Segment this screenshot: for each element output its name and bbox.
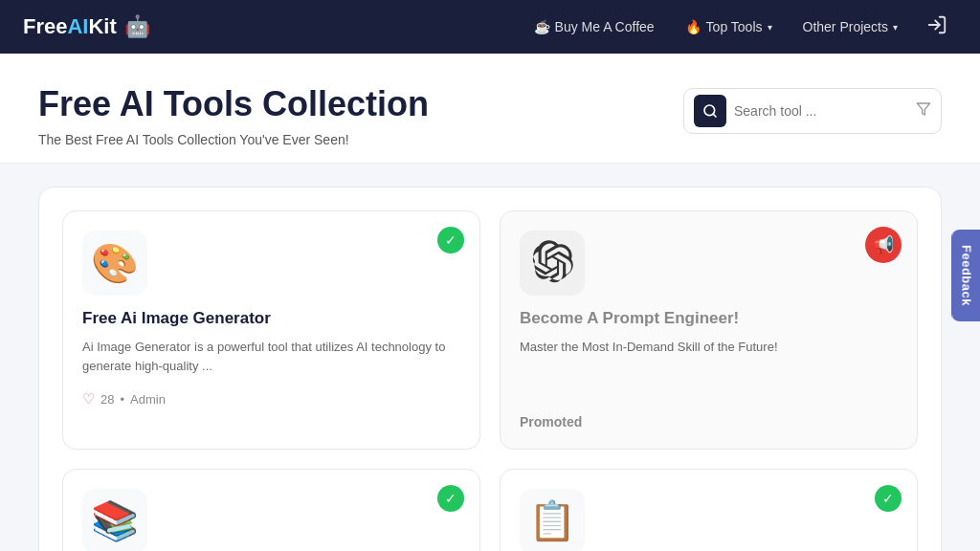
card-bottom: Promoted	[520, 372, 898, 430]
filter-icon[interactable]	[916, 101, 931, 121]
brand-logo[interactable]: FreeAIKit 🤖	[23, 14, 150, 39]
card-icon: 📚	[91, 498, 139, 543]
heart-icon: ♡	[82, 390, 95, 408]
navbar: FreeAIKit 🤖 ☕ Buy Me A Coffee 🔥 Top Tool…	[0, 0, 980, 54]
buy-coffee-link[interactable]: ☕ Buy Me A Coffee	[523, 13, 666, 40]
search-icon	[694, 95, 726, 127]
card-icon: 📋	[528, 498, 576, 543]
card-ai-image-generator[interactable]: ✓ 🎨 Free Ai Image Generator Ai Image Gen…	[62, 210, 480, 450]
card-4[interactable]: ✓ 📋	[500, 469, 918, 552]
card-description: Master the Most In-Demand Skill of the F…	[520, 338, 898, 357]
card-description: Ai Image Generator is a powerful tool th…	[82, 338, 460, 375]
search-bar	[683, 88, 942, 134]
brand-text: FreeAIKit	[23, 14, 117, 39]
svg-marker-3	[917, 103, 929, 115]
card-title: Free Ai Image Generator	[82, 309, 460, 328]
author-name: Admin	[130, 392, 166, 407]
hero-section: Free AI Tools Collection The Best Free A…	[0, 54, 980, 164]
buy-coffee-label: Buy Me A Coffee	[555, 19, 655, 34]
nav-links: ☕ Buy Me A Coffee 🔥 Top Tools ▾ Other Pr…	[523, 9, 957, 46]
other-projects-label: Other Projects	[803, 19, 888, 34]
card-title: Become A Prompt Engineer!	[520, 309, 898, 328]
verified-badge: ✓	[437, 485, 464, 512]
like-count: 28	[100, 392, 114, 407]
card-icon-wrap: 📋	[520, 489, 585, 552]
card-icon-wrap: 📚	[82, 489, 147, 552]
card-footer: ♡ 28 • Admin	[82, 390, 460, 408]
fire-icon: 🔥	[685, 19, 702, 34]
feedback-label: Feedback	[960, 245, 974, 306]
cards-container: ✓ 🎨 Free Ai Image Generator Ai Image Gen…	[38, 187, 942, 551]
page-title: Free AI Tools Collection	[38, 84, 683, 124]
feedback-tab[interactable]: Feedback	[952, 230, 980, 321]
search-input[interactable]	[734, 103, 908, 119]
card-icon-wrap	[520, 231, 585, 296]
other-projects-link[interactable]: Other Projects ▾	[791, 13, 909, 40]
verified-badge: ✓	[437, 227, 464, 253]
hero-subtitle: The Best Free AI Tools Collection You've…	[38, 132, 683, 147]
card-icon-wrap: 🎨	[82, 231, 147, 296]
top-tools-link[interactable]: 🔥 Top Tools ▾	[674, 13, 784, 40]
card-3[interactable]: ✓ 📚	[62, 469, 480, 552]
cards-grid: ✓ 🎨 Free Ai Image Generator Ai Image Gen…	[62, 210, 918, 551]
other-projects-chevron-icon: ▾	[893, 22, 898, 33]
top-tools-chevron-icon: ▾	[768, 22, 772, 33]
card-icon: 🎨	[91, 241, 139, 286]
svg-line-2	[713, 114, 716, 117]
login-button[interactable]	[917, 9, 957, 46]
card-prompt-engineer[interactable]: 📢 Become A Prompt Engineer! Master the M…	[500, 210, 918, 450]
top-tools-label: Top Tools	[706, 19, 763, 34]
promoted-label: Promoted	[520, 414, 898, 430]
coffee-icon: ☕	[534, 19, 550, 34]
promoted-badge: 📢	[865, 227, 902, 263]
robot-icon: 🤖	[124, 14, 150, 39]
verified-badge: ✓	[875, 485, 902, 512]
main-content: ✓ 🎨 Free Ai Image Generator Ai Image Gen…	[0, 164, 980, 551]
separator: •	[120, 392, 124, 407]
openai-logo	[529, 240, 575, 286]
